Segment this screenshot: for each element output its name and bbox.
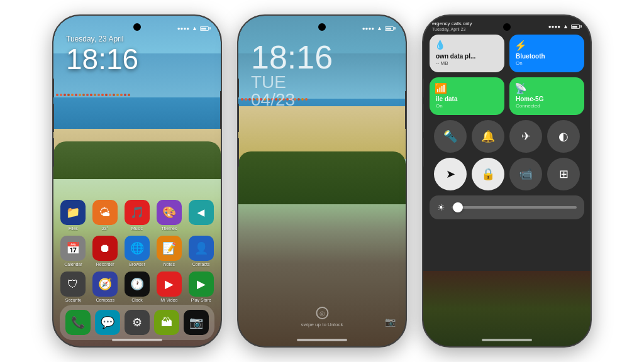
cc-location-button[interactable]: ➤ — [434, 158, 467, 190]
phone-3-home-indicator[interactable] — [482, 339, 532, 341]
cc-mobile-data-on-tile[interactable]: 📶 ile data On — [430, 77, 504, 115]
bluetooth-title: Bluetooth — [516, 53, 578, 60]
battery-icon-3 — [571, 25, 582, 29]
screenshot-icon: ⊞ — [559, 167, 569, 181]
phone-1-time-area: Tuesday, 23 April 18:16 — [66, 35, 138, 75]
phone-2-time-area: 18:16 TUE 04/23 — [251, 41, 333, 109]
mobile-data-icon: 💧 — [435, 40, 445, 50]
app-contacts[interactable]: 👤 Contacts — [187, 236, 214, 266]
phone-1-mute-button[interactable] — [52, 79, 54, 97]
phone-3-power-button[interactable] — [590, 91, 592, 129]
beach-vegetation — [53, 141, 221, 179]
phone-2: ●●●● ▲ 18:16 TUE 04/23 ◎ swipe up to Unl… — [237, 14, 407, 348]
wifi-subtitle: Connected — [516, 103, 578, 109]
cc-lock-rotation-button[interactable]: 🔒 — [472, 158, 504, 190]
location-icon: ➤ — [446, 167, 455, 181]
phone-3-screen: ergency calls only Tuesday, April 23 ●●●… — [423, 16, 591, 346]
wifi-icon-3: ▲ — [563, 23, 569, 30]
vegetation2 — [238, 151, 406, 204]
cc-screenshot-button[interactable]: ⊞ — [547, 158, 580, 190]
mobile-data-title: own data pl... — [436, 53, 498, 60]
status-right-2: ●●●● ▲ — [362, 25, 396, 31]
app-playstore[interactable]: ▶ Play Store — [187, 272, 214, 302]
mobile-data-on-subtitle: On — [436, 103, 498, 109]
wifi-title: Home-5G — [516, 96, 578, 103]
phone-2-mute-button[interactable] — [237, 79, 239, 97]
lock-rotation-icon: 🔒 — [481, 167, 495, 181]
app-notes[interactable]: 📝 Notes — [155, 236, 182, 266]
mobile-data-on-icon: 📶 — [435, 82, 447, 94]
cc-mobile-data-tile[interactable]: 💧 own data pl... -- MB — [430, 35, 504, 72]
app-files[interactable]: 📁 Files — [60, 200, 87, 231]
cc-screen-record-button[interactable]: 📹 — [509, 158, 542, 190]
swipe-hint-text: swipe up to Unlock — [301, 322, 343, 327]
app-mi[interactable]: ◀ — [187, 200, 214, 231]
battery-icon — [200, 26, 211, 31]
airplane-icon: ✈ — [521, 129, 531, 143]
cc-airplane-button[interactable]: ✈ — [509, 120, 542, 153]
phone-2-date: 04/23 — [251, 91, 333, 109]
phone-1-home-indicator[interactable] — [112, 339, 162, 341]
bluetooth-icon: ⚡ — [514, 40, 527, 52]
app-calendar[interactable]: 📅 Calendar — [60, 236, 87, 266]
phone-3-volume-up-button[interactable] — [422, 104, 424, 132]
lockscreen-camera-hint[interactable]: 📷 — [385, 316, 396, 327]
phone-2-volume-down-button[interactable] — [237, 138, 239, 167]
wifi-icon-2: ▲ — [377, 25, 382, 31]
dock-phone[interactable]: 📞 — [65, 310, 92, 335]
phone-3-volume-down-button[interactable] — [422, 138, 424, 167]
app-weather[interactable]: 🌤 23° — [92, 200, 119, 231]
phone-2-screen: ●●●● ▲ 18:16 TUE 04/23 ◎ swipe up to Unl… — [238, 16, 406, 346]
app-security[interactable]: 🛡 Security — [60, 272, 87, 302]
phone-1-time: 18:16 — [66, 43, 138, 75]
app-compass[interactable]: 🧭 Compass — [92, 272, 119, 302]
app-mivideo[interactable]: ▶ Mi Video — [155, 272, 182, 302]
cc-ringtone-button[interactable]: 🔔 — [472, 120, 504, 153]
phone-2-volume-up-button[interactable] — [237, 104, 239, 132]
phone-3: ergency calls only Tuesday, April 23 ●●●… — [422, 14, 592, 348]
signal-icon-2: ●●●● — [362, 26, 374, 31]
dock-settings[interactable]: ⚙ — [124, 310, 151, 335]
brightness-icon: ☀ — [437, 202, 445, 212]
app-themes[interactable]: 🎨 Themes — [155, 200, 182, 231]
phone-1-date: Tuesday, 23 April — [66, 35, 138, 43]
phone-2-home-indicator[interactable] — [297, 339, 347, 341]
dock-camera[interactable]: 📷 — [182, 310, 209, 335]
screen-record-icon: 📹 — [519, 167, 533, 181]
brightness-slider[interactable] — [452, 206, 577, 209]
beach-crowd — [53, 91, 221, 116]
signal-icon: ●●●● — [177, 26, 189, 31]
cc-wifi-tile[interactable]: 📡 Home-5G Connected — [509, 77, 584, 115]
control-center: 💧 own data pl... -- MB ⚡ Bluetooth On 📶 … — [430, 35, 584, 271]
phone-2-time: 18:16 — [251, 41, 333, 74]
mobile-data-on-title: ile data — [436, 96, 498, 103]
phone-1-camera-hole — [133, 23, 141, 31]
phone-3-mute-button[interactable] — [422, 79, 424, 97]
cc-bluetooth-tile[interactable]: ⚡ Bluetooth On — [509, 35, 584, 72]
app-music[interactable]: 🎵 Music — [124, 200, 151, 231]
phone-3-bottom-blur — [423, 271, 591, 346]
phone-1-volume-down-button[interactable] — [52, 138, 54, 167]
brightness-thumb[interactable] — [453, 202, 463, 212]
flashlight-icon: 🔦 — [443, 129, 457, 143]
cc-small-row-1: 🔦 🔔 ✈ ◐ — [430, 120, 584, 153]
cc-flashlight-button[interactable]: 🔦 — [434, 120, 467, 153]
app-browser[interactable]: 🌐 Browser — [124, 236, 151, 266]
dock-gallery[interactable]: 🏔 — [153, 310, 180, 335]
cc-small-row-2: ➤ 🔒 📹 ⊞ — [430, 158, 584, 190]
battery-icon-2 — [385, 26, 396, 31]
phone-1: ●●●● ▲ Tuesday, 23 April 18:16 📁 Files 🌤 — [52, 14, 222, 348]
app-clock[interactable]: 🕐 Clock — [124, 272, 151, 302]
cc-display-button[interactable]: ◐ — [547, 120, 580, 153]
mobile-data-subtitle: -- MB — [436, 60, 498, 66]
dock-messages[interactable]: 💬 — [94, 310, 121, 335]
phone-1-volume-up-button[interactable] — [52, 104, 54, 132]
app-recorder[interactable]: ⏺ Recorder — [92, 236, 119, 266]
emergency-text: ergency calls only — [432, 21, 472, 27]
phone-2-power-button[interactable] — [405, 91, 407, 129]
phone-1-power-button[interactable] — [220, 91, 222, 129]
phone-2-day: TUE — [251, 74, 333, 91]
signal-icon-3: ●●●● — [548, 24, 560, 30]
phone-1-dock: 📞 💬 ⚙ 🏔 📷 — [60, 305, 214, 340]
bluetooth-subtitle: On — [516, 60, 578, 66]
